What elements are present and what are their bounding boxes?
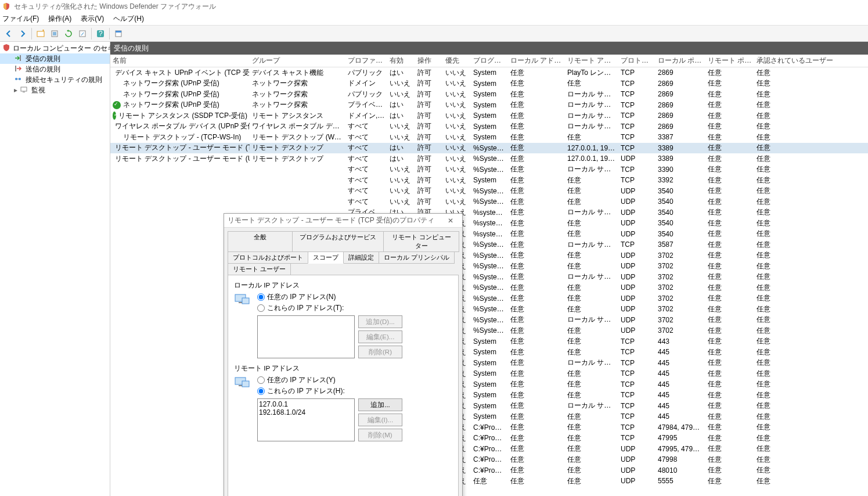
cell-program: %System... <box>471 283 508 292</box>
remote-ip-listbox[interactable]: 127.0.0.1192.168.1.0/24 <box>257 398 355 441</box>
back-icon[interactable] <box>2 27 15 40</box>
tree-outbound[interactable]: 送信の規則 <box>0 64 110 74</box>
table-row[interactable]: ネットワーク探索 (UPnP 受信)ネットワーク探索ドメインいいえ許可いいえSy… <box>110 78 868 89</box>
col-auth-user[interactable]: 承認されているユーザー <box>754 56 868 66</box>
cell-remote-port: 任意 <box>705 89 754 99</box>
menu-file[interactable]: ファイル(F) <box>2 14 39 24</box>
list-item[interactable]: 127.0.0.1 <box>259 400 353 408</box>
remote-edit-button[interactable]: 編集(I)... <box>358 414 402 426</box>
cell-enabled: いいえ <box>387 164 415 174</box>
col-enabled[interactable]: 有効 <box>387 56 415 66</box>
cell-enabled: いいえ <box>387 197 415 207</box>
col-name[interactable]: 名前 <box>110 56 250 66</box>
table-row[interactable]: すべていいえ許可いいえSystem任意任意TCP3392任意任意 <box>110 175 868 186</box>
export-icon[interactable] <box>76 27 89 40</box>
local-any-radio[interactable]: 任意の IP アドレス(N) <box>257 292 452 302</box>
tab-protocols[interactable]: プロトコルおよびポート <box>228 251 308 264</box>
col-local-port[interactable]: ローカル ポート <box>655 56 705 66</box>
status-icon <box>113 359 121 367</box>
table-row[interactable]: ネットワーク探索 (UPnP 受信)ネットワーク探索プライベートはい許可いいえS… <box>110 100 868 111</box>
table-row[interactable]: リモート デスクトップ - (TCP-WS-In)リモート デスクトップ (We… <box>110 132 868 143</box>
dialog-titlebar[interactable]: リモート デスクトップ - ユーザー モード (TCP 受信)のプロパティ ✕ <box>224 214 462 228</box>
cell-remote-addr: ローカル サブネット <box>565 100 618 110</box>
table-row[interactable]: すべていいえ許可いいえ%System...任意任意UDP3540任意任意 <box>110 186 868 197</box>
help-icon[interactable]: ? <box>94 27 107 40</box>
tab-scope[interactable]: スコープ <box>308 251 344 264</box>
cell-remote-addr: ローカル サブネット <box>565 121 618 131</box>
tab-programs[interactable]: プログラムおよびサービス <box>292 231 384 252</box>
col-program[interactable]: プログラム <box>471 56 508 66</box>
table-row[interactable]: リモート デスクトップ - ユーザー モード (TCP 受信)リモート デスクト… <box>110 143 868 154</box>
tab-local-principals[interactable]: ローカル プリンシパル <box>379 251 455 264</box>
col-action[interactable]: 操作 <box>415 56 443 66</box>
cell-protocol: UDP <box>618 251 655 260</box>
tab-remote-computers[interactable]: リモート コンピューター <box>383 231 459 252</box>
cell-local-addr: 任意 <box>508 304 565 314</box>
local-remove-button[interactable]: 削除(R) <box>358 346 402 358</box>
refresh-icon[interactable] <box>62 27 75 40</box>
new-rule-icon[interactable] <box>34 27 47 40</box>
local-these-radio[interactable]: これらの IP アドレス(T): <box>257 303 452 313</box>
cell-program: System <box>471 359 508 367</box>
col-local-addr[interactable]: ローカル アドレス <box>508 56 565 66</box>
cell-auth-user: 任意 <box>754 347 868 357</box>
cell-program: C:¥Progr... <box>471 455 508 463</box>
local-ip-listbox[interactable] <box>257 315 355 358</box>
rule-name: ネットワーク探索 (UPnP 受信) <box>123 100 219 110</box>
local-edit-button[interactable]: 編集(E)... <box>358 330 402 343</box>
tab-general[interactable]: 全般 <box>228 231 293 252</box>
cell-override: いいえ <box>443 154 471 164</box>
col-group[interactable]: グループ <box>250 56 345 66</box>
col-remote-port[interactable]: リモート ポート <box>705 56 754 66</box>
cell-remote-port: 任意 <box>705 250 754 260</box>
tree-inbound-label: 受信の規則 <box>26 54 60 64</box>
cell-action: 許可 <box>415 100 443 110</box>
tree-root[interactable]: ローカル コンピューター のセキュリティ <box>0 43 110 53</box>
tree-inbound[interactable]: 受信の規則 <box>0 53 110 64</box>
table-row[interactable]: すべていいえ許可いいえ%System...任意任意UDP3540任意任意 <box>110 196 868 207</box>
properties-dialog: リモート デスクトップ - ユーザー モード (TCP 受信)のプロパティ ✕ … <box>224 213 463 496</box>
menu-view[interactable]: 表示(V) <box>81 14 104 24</box>
remote-these-radio[interactable]: これらの IP アドレス(H): <box>257 386 452 396</box>
cell-program: System <box>471 80 508 88</box>
status-icon <box>113 412 121 420</box>
cell-auth-user: 任意 <box>754 476 868 486</box>
filter-icon[interactable] <box>48 27 61 40</box>
remote-add-button[interactable]: 追加... <box>358 398 402 411</box>
col-profile[interactable]: プロファイル <box>345 56 387 66</box>
tree-monitor[interactable]: ▸ 監視 <box>0 85 110 95</box>
menu-action[interactable]: 操作(A) <box>48 14 71 24</box>
svg-rect-7 <box>20 55 21 61</box>
status-icon <box>113 133 121 141</box>
forward-icon[interactable] <box>16 27 29 40</box>
col-protocol[interactable]: プロトコル <box>618 56 655 66</box>
col-override[interactable]: 優先 <box>443 56 471 66</box>
col-remote-addr[interactable]: リモート アドレス <box>565 56 618 66</box>
cell-group: ネットワーク探索 <box>250 89 345 99</box>
rule-name: リモート デスクトップ - ユーザー モード (UDP 受信) <box>115 154 250 164</box>
cell-remote-addr: 任意 <box>565 379 618 389</box>
cell-local-addr: 任意 <box>508 315 565 325</box>
table-row[interactable]: デバイス キャスト UPnP イベント (TCP 受信)デバイス キャスト機能パ… <box>110 67 868 78</box>
table-row[interactable]: すべていいえ許可いいえ%System...任意ローカル サブネットTCP3390… <box>110 164 868 175</box>
cell-enabled: はい <box>387 100 415 110</box>
remote-remove-button[interactable]: 削除(M) <box>358 429 402 441</box>
properties-icon[interactable] <box>112 27 125 40</box>
tab-remote-users[interactable]: リモート ユーザー <box>228 263 291 275</box>
tree-connsec[interactable]: 接続セキュリティの規則 <box>0 74 110 85</box>
cell-auth-user: 任意 <box>754 358 868 368</box>
rule-name: ワイヤレス ポータブル デバイス (UPnP 受信) <box>115 121 250 131</box>
svg-rect-11 <box>21 87 27 91</box>
table-row[interactable]: ネットワーク探索 (UPnP 受信)ネットワーク探索パブリックいいえ許可いいえS… <box>110 89 868 100</box>
close-icon[interactable]: ✕ <box>442 217 459 225</box>
cell-local-addr: 任意 <box>508 175 565 185</box>
table-row[interactable]: ワイヤレス ポータブル デバイス (UPnP 受信)ワイヤレス ポータブル デバ… <box>110 121 868 132</box>
cell-action: 許可 <box>415 164 443 174</box>
list-item[interactable]: 192.168.1.0/24 <box>259 408 353 416</box>
menu-help[interactable]: ヘルプ(H) <box>113 14 144 24</box>
table-row[interactable]: リモート アシスタンス (SSDP TCP-受信)リモート アシスタンスドメイン… <box>110 110 868 121</box>
remote-any-radio[interactable]: 任意の IP アドレス(Y) <box>257 375 452 385</box>
table-row[interactable]: リモート デスクトップ - ユーザー モード (UDP 受信)リモート デスクト… <box>110 153 868 164</box>
local-add-button[interactable]: 追加(D)... <box>358 315 402 328</box>
tab-advanced[interactable]: 詳細設定 <box>343 251 379 264</box>
